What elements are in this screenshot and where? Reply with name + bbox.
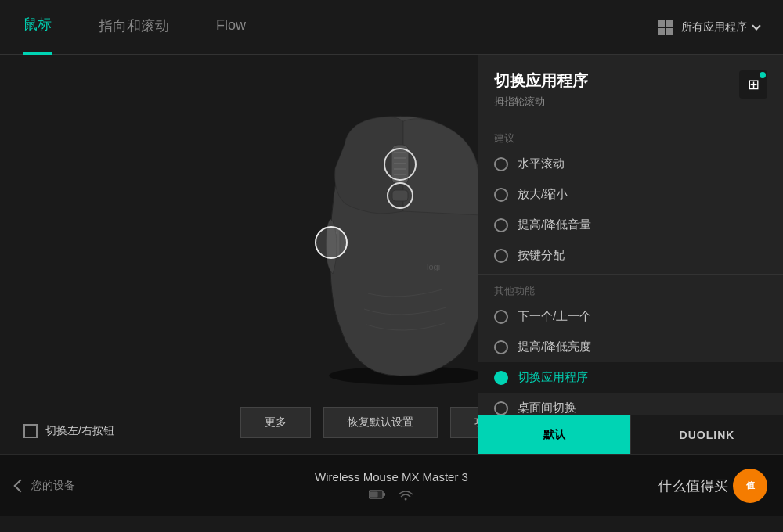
section-label-other: 其他功能: [478, 278, 783, 301]
brand-text: 什么值得买: [658, 476, 728, 495]
svg-point-14: [384, 149, 416, 180]
option-next-prev-label: 下一个/上一个: [518, 309, 591, 324]
option-switch-app[interactable]: 切换应用程序: [478, 362, 783, 393]
option-desktop-label: 桌面间切换: [518, 401, 576, 415]
panel-footer: 默认 DUOLINK: [478, 415, 783, 454]
tab-flow[interactable]: Flow: [216, 0, 246, 55]
connection-icon: [397, 488, 414, 501]
radio-next-prev: [494, 310, 508, 324]
radio-h-scroll: [494, 157, 508, 171]
main-area: logi 切换左/右按钮: [0, 55, 783, 454]
back-label: 您的设备: [31, 479, 75, 493]
option-volume-label: 提高/降低音量: [518, 217, 591, 232]
battery-icon: [369, 488, 386, 501]
radio-volume: [494, 218, 508, 232]
default-button[interactable]: 默认: [478, 415, 630, 454]
radio-switch-app: [494, 371, 508, 385]
panel-title: 切换应用程序: [494, 70, 588, 92]
panel-header: 切换应用程序 拇指轮滚动 ⊞: [478, 55, 783, 117]
brand-logo: 值: [733, 469, 767, 503]
radio-desktop: [494, 401, 508, 415]
app-selector-label: 所有应用程序: [681, 20, 747, 34]
options-list: 建议 水平滚动 放大/缩小 提高/降低音量 按键分配 其他功能: [478, 117, 783, 415]
svg-point-20: [404, 498, 406, 501]
radio-brightness: [494, 340, 508, 354]
svg-rect-18: [383, 493, 385, 496]
duolink-button[interactable]: DUOLINK: [630, 415, 783, 454]
tab-bar: 鼠标 指向和滚动 Flow: [23, 0, 658, 55]
tab-mouse[interactable]: 鼠标: [23, 0, 52, 55]
back-arrow-icon: [14, 479, 27, 492]
section-separator: [478, 274, 783, 275]
radio-key-assign: [494, 249, 508, 263]
option-h-scroll[interactable]: 水平滚动: [478, 149, 783, 179]
option-switch-app-label: 切换应用程序: [518, 370, 588, 385]
option-zoom[interactable]: 放大/缩小: [478, 179, 783, 210]
svg-point-15: [388, 183, 413, 208]
device-name: Wireless Mouse MX Master 3: [315, 470, 468, 483]
checkbox-area: 切换左/右按钮: [23, 424, 114, 438]
tab-pointer[interactable]: 指向和滚动: [99, 0, 169, 55]
option-key-assign[interactable]: 按键分配: [478, 240, 783, 271]
radio-zoom: [494, 188, 508, 202]
svg-rect-19: [370, 492, 377, 498]
option-next-prev[interactable]: 下一个/上一个: [478, 301, 783, 332]
option-desktop[interactable]: 桌面间切换: [478, 393, 783, 415]
svg-text:logi: logi: [427, 262, 440, 271]
option-brightness[interactable]: 提高/降低亮度: [478, 332, 783, 362]
option-zoom-label: 放大/缩小: [518, 187, 568, 202]
switch-app-icon: ⊞: [748, 76, 760, 93]
panel-icon-dot: [760, 72, 766, 78]
footer-right: 什么值得买 值: [658, 469, 767, 503]
more-button[interactable]: 更多: [240, 407, 311, 438]
grid-view-icon[interactable]: [658, 20, 673, 35]
header-right: 所有应用程序: [658, 20, 760, 35]
app-selector[interactable]: 所有应用程序: [681, 20, 760, 34]
section-label-suggestions: 建议: [478, 125, 783, 149]
svg-point-16: [316, 227, 347, 258]
chevron-down-icon: [752, 21, 760, 30]
device-icons: [315, 488, 468, 501]
reset-button[interactable]: 恢复默认设置: [323, 407, 438, 438]
panel-subtitle: 拇指轮滚动: [494, 95, 588, 109]
device-info: Wireless Mouse MX Master 3: [315, 470, 468, 501]
option-brightness-label: 提高/降低亮度: [518, 340, 591, 354]
back-button[interactable]: 您的设备: [16, 479, 75, 493]
option-key-assign-label: 按键分配: [518, 248, 565, 263]
panel-header-text: 切换应用程序 拇指轮滚动: [494, 70, 588, 109]
header: 鼠标 指向和滚动 Flow 所有应用程序: [0, 0, 783, 55]
option-h-scroll-label: 水平滚动: [518, 156, 565, 171]
footer-bar: 您的设备 Wireless Mouse MX Master 3 什么值得买: [0, 454, 783, 516]
swap-buttons-checkbox[interactable]: [23, 424, 38, 438]
swap-buttons-label: 切换左/右按钮: [45, 424, 114, 438]
dropdown-panel: 切换应用程序 拇指轮滚动 ⊞ 建议 水平滚动 放大/缩小 提高/降低音量: [478, 55, 783, 454]
option-volume[interactable]: 提高/降低音量: [478, 210, 783, 240]
panel-header-icon: ⊞: [739, 70, 767, 99]
